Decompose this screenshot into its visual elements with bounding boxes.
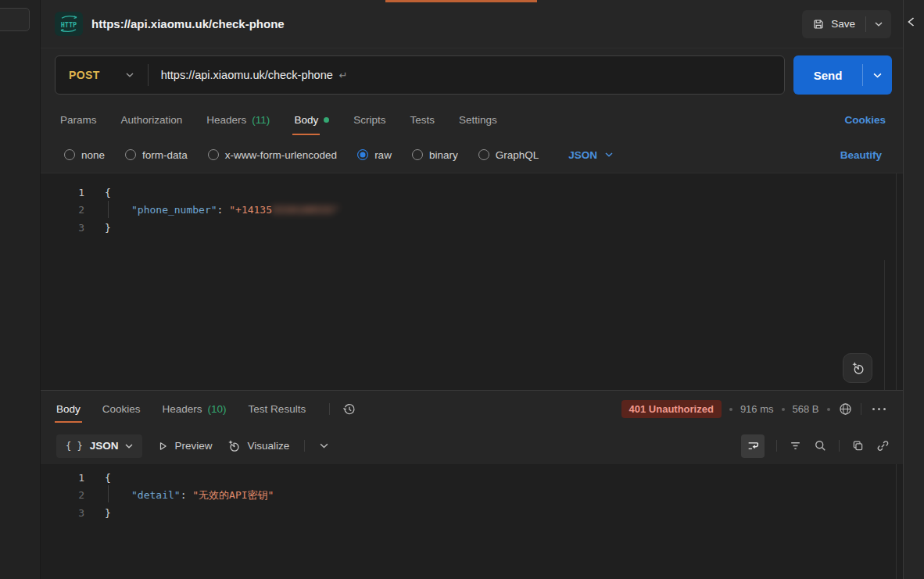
code-line: 3 } bbox=[41, 504, 903, 522]
response-tab-body[interactable]: Body bbox=[56, 403, 81, 415]
response-body-editor[interactable]: 1 { 2 "detail": "无效的API密钥" 3 } bbox=[41, 464, 903, 579]
save-icon bbox=[812, 18, 825, 30]
status-badge[interactable]: 401 Unauthorized bbox=[621, 400, 722, 418]
filter-button[interactable] bbox=[789, 439, 802, 452]
dot bbox=[883, 408, 886, 411]
copy-icon bbox=[851, 439, 865, 452]
tab-scripts[interactable]: Scripts bbox=[353, 114, 385, 126]
app-window: HTTP https://api.xiaomu.uk/check-phone S… bbox=[0, 0, 924, 579]
body-modified-dot bbox=[324, 117, 329, 123]
send-button[interactable]: Send bbox=[793, 55, 892, 95]
chevron-down-icon bbox=[605, 152, 613, 157]
main-panel: HTTP https://api.xiaomu.uk/check-phone S… bbox=[41, 0, 903, 579]
radio-indicator bbox=[412, 149, 423, 160]
headers-count: (11) bbox=[252, 114, 270, 126]
cookies-link[interactable]: Cookies bbox=[844, 114, 886, 126]
radio-indicator bbox=[125, 149, 136, 160]
beautify-link[interactable]: Beautify bbox=[840, 149, 882, 161]
collapse-panel-button[interactable] bbox=[908, 17, 915, 27]
response-history-button[interactable] bbox=[342, 402, 356, 416]
divider bbox=[839, 440, 840, 452]
save-button-label: Save bbox=[831, 18, 855, 30]
link-button[interactable] bbox=[876, 439, 890, 452]
divider bbox=[304, 440, 305, 452]
response-format-select[interactable]: { } JSON bbox=[56, 434, 142, 458]
body-type-urlencoded[interactable]: x-www-form-urlencoded bbox=[208, 149, 337, 161]
visualize-sparkle-icon bbox=[227, 439, 241, 453]
radio-indicator bbox=[478, 149, 489, 160]
filter-icon bbox=[789, 439, 802, 452]
url-value: https://api.xiaomu.uk/check-phone bbox=[161, 69, 333, 81]
body-type-form-data[interactable]: form-data bbox=[125, 149, 188, 161]
body-type-binary[interactable]: binary bbox=[412, 149, 458, 161]
code-line: 1 { bbox=[41, 184, 903, 202]
chevron-down-icon bbox=[320, 443, 328, 449]
url-input[interactable]: https://api.xiaomu.uk/check-phone ↵ bbox=[149, 69, 348, 81]
copy-button[interactable] bbox=[851, 439, 865, 452]
request-url-row: POST https://api.xiaomu.uk/check-phone ↵… bbox=[41, 48, 903, 103]
save-button-main[interactable]: Save bbox=[802, 10, 865, 38]
braces-icon: { } bbox=[66, 441, 83, 452]
response-headers-count: (10) bbox=[208, 403, 227, 415]
network-info-button[interactable] bbox=[838, 402, 853, 416]
response-size[interactable]: 568 B bbox=[793, 403, 819, 415]
wrap-text-button[interactable] bbox=[741, 434, 765, 458]
code-line: 2 "detail": "无效的API密钥" bbox=[41, 487, 903, 505]
request-body-editor[interactable]: 1 { 2 "phone_number": "+141355550100555"… bbox=[41, 173, 903, 391]
tab-headers[interactable]: Headers (11) bbox=[206, 114, 270, 126]
editor-scrollbar[interactable] bbox=[896, 464, 897, 579]
body-type-bar: none form-data x-www-form-urlencoded raw… bbox=[41, 137, 903, 173]
response-tab-cookies[interactable]: Cookies bbox=[102, 403, 141, 415]
method-select[interactable]: POST bbox=[56, 69, 148, 81]
editor-scrollbar[interactable] bbox=[896, 173, 897, 390]
response-tab-test-results[interactable]: Test Results bbox=[249, 403, 306, 415]
left-sidebar-rail bbox=[0, 0, 41, 579]
body-type-raw[interactable]: raw bbox=[357, 149, 392, 161]
language-select[interactable]: JSON bbox=[568, 149, 613, 161]
response-tab-headers[interactable]: Headers (10) bbox=[163, 403, 227, 415]
postbot-sparkle-icon bbox=[851, 361, 865, 376]
chevron-down-icon bbox=[873, 73, 882, 78]
save-options-button[interactable] bbox=[866, 10, 891, 38]
editor-scrollbar-track[interactable] bbox=[884, 260, 885, 390]
visualize-button[interactable]: Visualize bbox=[227, 439, 289, 453]
tab-body[interactable]: Body bbox=[294, 114, 329, 126]
tab-tests[interactable]: Tests bbox=[410, 114, 435, 126]
json-key: "phone_number" bbox=[131, 204, 217, 216]
dot bbox=[878, 408, 881, 411]
send-options-button[interactable] bbox=[863, 55, 892, 95]
dot bbox=[872, 408, 876, 411]
response-time[interactable]: 916 ms bbox=[740, 403, 774, 415]
tab-settings[interactable]: Settings bbox=[459, 114, 497, 126]
chevron-down-icon bbox=[126, 73, 134, 77]
save-button[interactable]: Save bbox=[802, 10, 891, 38]
preview-button[interactable]: Preview bbox=[157, 440, 212, 452]
code-line: 3 } bbox=[41, 219, 903, 237]
postbot-button[interactable] bbox=[843, 353, 872, 383]
request-tabs: Params Authorization Headers (11) Body S… bbox=[41, 103, 903, 137]
tab-authorization[interactable]: Authorization bbox=[121, 114, 183, 126]
radio-indicator bbox=[64, 149, 75, 160]
chevron-left-icon bbox=[908, 17, 915, 27]
separator-dot bbox=[729, 408, 732, 411]
response-header: Body Cookies Headers (10) Test Results 4… bbox=[41, 391, 903, 427]
response-toolbar: { } JSON Preview Visualize bbox=[41, 427, 903, 464]
send-button-label[interactable]: Send bbox=[793, 55, 862, 95]
search-button[interactable] bbox=[814, 439, 827, 452]
globe-icon bbox=[838, 402, 853, 416]
url-input-container: POST https://api.xiaomu.uk/check-phone ↵ bbox=[55, 55, 785, 95]
response-more-menu[interactable] bbox=[869, 408, 890, 411]
tab-params[interactable]: Params bbox=[60, 114, 97, 126]
code-line: 1 { bbox=[41, 469, 903, 487]
code-line: 2 "phone_number": "+141355550100555" bbox=[41, 202, 903, 220]
json-value: "无效的API密钥" bbox=[192, 489, 274, 501]
link-icon bbox=[876, 439, 890, 452]
separator-dot bbox=[827, 408, 830, 411]
visualize-options-button[interactable] bbox=[320, 443, 328, 449]
body-type-graphql[interactable]: GraphQL bbox=[478, 149, 539, 161]
http-method-icon: HTTP bbox=[55, 12, 83, 36]
separator-dot bbox=[782, 408, 785, 411]
sidebar-collapsed-tab[interactable] bbox=[0, 8, 30, 31]
body-type-none[interactable]: none bbox=[64, 149, 105, 161]
divider bbox=[329, 403, 330, 415]
